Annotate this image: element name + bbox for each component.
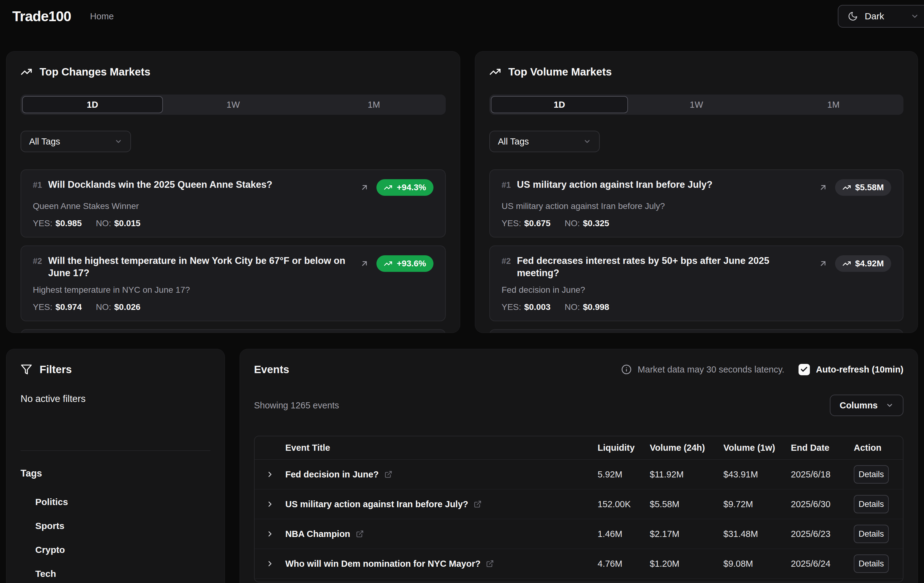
col-event-title: Event Title — [285, 443, 597, 453]
chevron-down-icon — [114, 137, 122, 145]
liquidity-value: 1.46M — [597, 529, 650, 539]
trending-up-icon — [384, 259, 393, 268]
showing-count-text: Showing 1265 events — [254, 400, 339, 411]
tag-item-tech[interactable]: Tech — [21, 562, 210, 583]
change-badge: +93.6% — [376, 255, 434, 272]
auto-refresh-label: Auto-refresh (10min) — [816, 365, 903, 375]
theme-selector[interactable]: Dark — [838, 5, 924, 28]
tag-item-politics[interactable]: Politics — [21, 490, 210, 514]
liquidity-value: 4.76M — [597, 559, 650, 569]
tag-item-sports[interactable]: Sports — [21, 514, 210, 538]
event-title-link[interactable]: NBA Champion — [285, 529, 597, 539]
events-table: Event Title Liquidity Volume (24h) Volum… — [254, 436, 903, 582]
theme-label: Dark — [865, 11, 884, 21]
volume-1w-value: $9.08M — [723, 559, 791, 569]
table-row[interactable]: US military action against Iran before J… — [255, 489, 903, 519]
external-link-icon — [356, 530, 364, 538]
tab-1m[interactable]: 1M — [304, 96, 444, 113]
expand-row-button[interactable] — [255, 470, 285, 479]
tag-item-crypto[interactable]: Crypto — [21, 538, 210, 562]
events-panel: Events Market data may 30 seconds latenc… — [239, 349, 918, 583]
trending-up-icon — [384, 183, 393, 192]
top-changes-title-row: Top Changes Markets — [21, 66, 446, 78]
external-link-icon — [474, 500, 482, 508]
external-link-icon — [384, 471, 393, 478]
market-card[interactable]: #1 US military action against Iran befor… — [489, 169, 903, 238]
nav-item-home[interactable]: Home — [90, 12, 114, 21]
market-rank: #1 — [33, 180, 42, 190]
event-title-link[interactable]: US military action against Iran before J… — [285, 499, 597, 509]
events-title: Events — [254, 363, 289, 376]
liquidity-value: 5.92M — [597, 469, 650, 480]
tab-1w[interactable]: 1W — [163, 96, 304, 113]
event-title-link[interactable]: Who will win Dem nomination for NYC Mayo… — [285, 559, 597, 569]
filters-title-row: Filters — [21, 363, 210, 376]
expand-row-button[interactable] — [255, 559, 285, 568]
arrow-up-right-icon[interactable] — [818, 259, 828, 268]
details-button[interactable]: Details — [854, 555, 889, 573]
details-button[interactable]: Details — [854, 465, 889, 484]
bottom-section: Filters No active filters Tags Politics … — [0, 349, 924, 583]
market-subtitle: US military action against Iran before J… — [502, 201, 891, 211]
market-card[interactable]: #3 Will Curacao vs. El Salvador end in a… — [21, 329, 446, 333]
volume-1w-value: $43.91M — [723, 469, 791, 480]
expand-row-button[interactable] — [255, 530, 285, 538]
tab-1d[interactable]: 1D — [22, 96, 163, 113]
table-row[interactable]: NBA Champion 1.46M $2.17M $31.48M 2025/6… — [255, 519, 903, 549]
table-header-row: Event Title Liquidity Volume (24h) Volum… — [255, 436, 903, 460]
market-rank: #1 — [502, 180, 511, 190]
no-price: $0.325 — [583, 218, 609, 228]
market-card[interactable]: #1 Will Docklands win the 2025 Queen Ann… — [21, 169, 446, 238]
arrow-up-right-icon[interactable] — [360, 183, 369, 192]
events-header-row: Events Market data may 30 seconds latenc… — [254, 363, 903, 376]
top-markets-section: Top Changes Markets 1D 1W 1M All Tags #1… — [0, 51, 924, 333]
market-rank: #2 — [33, 256, 42, 266]
volume-badge: $4.92M — [835, 255, 891, 272]
arrow-up-right-icon[interactable] — [818, 183, 828, 192]
tab-1w[interactable]: 1W — [628, 96, 765, 113]
volume-24h-value: $1.20M — [650, 559, 723, 569]
col-volume-1w: Volume (1w) — [723, 443, 791, 453]
changes-tags-dropdown[interactable]: All Tags — [21, 131, 131, 152]
volume-badge: $5.58M — [835, 179, 891, 196]
event-title-link[interactable]: Fed decision in June? — [285, 469, 597, 480]
trending-up-icon — [489, 66, 501, 78]
details-button[interactable]: Details — [854, 525, 889, 543]
filters-panel: Filters No active filters Tags Politics … — [6, 349, 225, 583]
external-link-icon — [486, 560, 494, 568]
market-title: Fed decreases interest rates by 50+ bps … — [517, 255, 809, 279]
top-volume-title-row: Top Volume Markets — [489, 66, 903, 78]
market-card[interactable]: #2 Will the highest temperature in New Y… — [21, 246, 446, 321]
panel-title: Top Volume Markets — [508, 66, 612, 78]
trending-up-icon — [21, 66, 32, 78]
expand-row-button[interactable] — [255, 500, 285, 509]
filter-funnel-icon — [21, 363, 32, 375]
volume-1w-value: $31.48M — [723, 529, 791, 539]
columns-button[interactable]: Columns — [830, 395, 903, 416]
market-subtitle: Queen Anne Stakes Winner — [33, 201, 434, 211]
arrow-up-right-icon[interactable] — [360, 259, 369, 268]
volume-period-tabs: 1D 1W 1M — [489, 94, 903, 115]
market-card[interactable]: #2 Fed decreases interest rates by 50+ b… — [489, 246, 903, 321]
brand-logo[interactable]: Trade100 — [12, 8, 71, 25]
top-navigation-bar: Trade100 Home Dark — [0, 0, 924, 33]
market-prices: YES:$0.003 NO:$0.998 — [502, 302, 891, 312]
chevron-right-icon — [266, 530, 274, 538]
market-title: Will Docklands win the 2025 Queen Anne S… — [48, 178, 272, 191]
col-end-date: End Date — [791, 443, 854, 453]
volume-1w-value: $9.72M — [723, 499, 791, 509]
volume-tags-dropdown[interactable]: All Tags — [489, 131, 600, 152]
filters-title: Filters — [40, 363, 72, 376]
market-prices: YES:$0.974 NO:$0.026 — [33, 302, 434, 312]
yes-price: $0.675 — [524, 218, 551, 228]
change-badge: +94.3% — [376, 179, 434, 196]
table-row[interactable]: Fed decision in June? 5.92M $11.92M $43.… — [255, 460, 903, 489]
auto-refresh-checkbox[interactable] — [799, 364, 810, 375]
tab-1d[interactable]: 1D — [491, 96, 628, 113]
details-button[interactable]: Details — [854, 495, 889, 514]
market-card[interactable]: #3 No change in Fed interest rates after… — [489, 329, 903, 333]
end-date-value: 2025/6/30 — [791, 499, 854, 509]
checkmark-icon — [800, 365, 808, 373]
table-row[interactable]: Who will win Dem nomination for NYC Mayo… — [255, 549, 903, 579]
tab-1m[interactable]: 1M — [765, 96, 902, 113]
